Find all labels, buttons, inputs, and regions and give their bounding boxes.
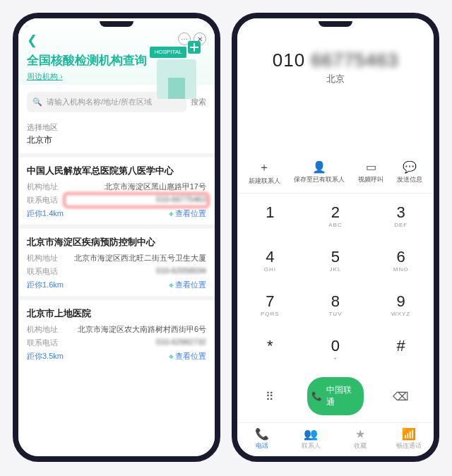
key-sub: GHI [237, 266, 303, 273]
key-digit: 2 [303, 203, 369, 222]
key-6[interactable]: 6MNO [368, 238, 434, 282]
phone-left-frame: ❮ ⋯ ✕ 全国核酸检测机构查询 周边机构 › HOSPITAL 🔍 请输入机构… [13, 13, 220, 462]
key-8[interactable]: 8TUV [303, 282, 369, 327]
nearby-label: 周边机构 [27, 72, 58, 81]
tel-label: 联系电话 [27, 338, 66, 348]
key-sub: + [303, 355, 369, 362]
dialed-city: 北京 [246, 73, 425, 85]
tab-label: 电话 [256, 442, 268, 449]
tel-value[interactable]: 010-62982732 [66, 338, 206, 348]
key-0[interactable]: 0+ [303, 327, 369, 371]
key-3[interactable]: 3DEF [368, 194, 434, 238]
action-label: 视频呼叫 [358, 176, 383, 183]
pin-icon: ⌖ [169, 280, 174, 290]
key-9[interactable]: 9WXYZ [368, 282, 434, 327]
key-sub: ABC [303, 222, 369, 228]
key-digit: 3 [368, 203, 434, 222]
pin-icon: ⌖ [169, 352, 174, 362]
left-screen: ❮ ⋯ ✕ 全国核酸检测机构查询 周边机构 › HOSPITAL 🔍 请输入机构… [18, 18, 215, 456]
action-新建联系人[interactable]: ＋新建联系人 [249, 160, 280, 186]
search-placeholder: 请输入机构名称/地址/所在区域 [47, 97, 152, 107]
msg-icon: 💬 [397, 160, 422, 174]
region-label: 选择地区 [27, 122, 206, 133]
key-sub: MNO [368, 266, 434, 273]
tel-value[interactable]: 010-62058034 [66, 266, 206, 277]
back-icon[interactable]: ❮ [27, 33, 37, 47]
key-sub: JKL [303, 266, 369, 273]
call-label: 中国联通 [326, 384, 360, 408]
action-保存至已有联系人[interactable]: 👤保存至已有联系人 [294, 160, 345, 186]
header: ❮ ⋯ ✕ 全国核酸检测机构查询 周边机构 › HOSPITAL [18, 18, 215, 85]
addr-value: 北京市海淀区西北旺二街五号卫生大厦 [66, 253, 206, 263]
tel-label: 联系电话 [27, 195, 66, 206]
distance: 距你1.6km [27, 280, 64, 290]
view-location-link[interactable]: ⌖ 查看位置 [169, 280, 206, 290]
addr-label: 机构地址 [27, 182, 66, 192]
chevron-right-icon: › [60, 72, 63, 81]
key-#[interactable]: # [368, 327, 434, 371]
action-视频呼叫[interactable]: ▭视频呼叫 [358, 160, 383, 186]
tab-收藏[interactable]: ★收藏 [335, 423, 385, 456]
institution-name: 北京市海淀区疾病预防控制中心 [27, 236, 206, 249]
tel-value[interactable]: 010-66775463 [66, 195, 206, 206]
key-7[interactable]: 7PQRS [237, 282, 303, 327]
region-value: 北京市 [27, 134, 206, 146]
dialed-prefix: 010 [273, 49, 305, 71]
hospital-illustration: HOSPITAL [143, 47, 210, 99]
key-digit: 1 [237, 203, 303, 222]
tab-icon: 📶 [385, 427, 434, 441]
key-digit: 8 [303, 292, 369, 311]
keypad: 12ABC3DEF4GHI5JKL6MNO7PQRS8TUV9WXYZ*0+# [237, 194, 434, 371]
view-location-link[interactable]: ⌖ 查看位置 [169, 351, 206, 362]
institution-card: 北京市海淀区疾病预防控制中心 机构地址 北京市海淀区西北旺二街五号卫生大厦 联系… [18, 225, 215, 296]
person-icon: 👤 [294, 160, 345, 174]
institution-card: 中国人民解放军总医院第八医学中心 机构地址 北京市海淀区黑山扈路甲17号 联系电… [18, 153, 215, 225]
view-location-label: 查看位置 [175, 280, 206, 290]
addr-value: 北京市海淀区农大南路树村西街甲6号 [66, 324, 206, 335]
video-icon: ▭ [358, 160, 383, 174]
key-sub: DEF [368, 222, 434, 228]
backspace-button[interactable]: ⌫ [368, 390, 434, 403]
tab-icon: ★ [335, 427, 385, 441]
tab-畅连通话[interactable]: 📶畅连通话 [385, 423, 434, 456]
keypad-grid-icon[interactable]: ⠿ [237, 390, 303, 403]
view-location-link[interactable]: ⌖ 查看位置 [169, 208, 206, 219]
tab-label: 收藏 [354, 442, 367, 449]
key-4[interactable]: 4GHI [237, 238, 303, 282]
search-icon: 🔍 [32, 97, 42, 107]
dialer-screen: 010 66775463 北京 ＋新建联系人👤保存至已有联系人▭视频呼叫💬发送信… [237, 18, 434, 456]
key-2[interactable]: 2ABC [303, 194, 369, 238]
key-*[interactable]: * [237, 327, 303, 371]
institution-card: 北京市上地医院 机构地址 北京市海淀区农大南路树村西街甲6号 联系电话 010-… [18, 296, 215, 367]
key-1[interactable]: 1 [237, 194, 303, 238]
key-5[interactable]: 5JKL [303, 238, 369, 282]
action-label: 新建联系人 [249, 177, 280, 184]
action-label: 发送信息 [397, 176, 422, 183]
+-icon: ＋ [249, 160, 280, 175]
tab-电话[interactable]: 📞电话 [237, 423, 287, 456]
action-发送信息[interactable]: 💬发送信息 [397, 160, 422, 186]
hospital-sign: HOSPITAL [150, 47, 186, 58]
key-sub: TUV [303, 311, 369, 317]
distance: 距你1.4km [27, 208, 64, 219]
key-sub: PQRS [237, 311, 303, 317]
addr-value: 北京市海淀区黑山扈路甲17号 [66, 182, 206, 192]
dialed-rest: 66775463 [311, 49, 398, 71]
pin-icon: ⌖ [169, 209, 174, 219]
view-location-label: 查看位置 [175, 351, 206, 362]
key-digit: * [237, 337, 303, 355]
region-selector[interactable]: 选择地区 北京市 [18, 118, 215, 153]
addr-label: 机构地址 [27, 324, 66, 335]
institution-name: 北京市上地医院 [27, 307, 206, 320]
key-digit: # [368, 337, 434, 355]
addr-label: 机构地址 [27, 253, 66, 263]
dialed-display: 010 66775463 北京 [237, 18, 434, 91]
tab-联系人[interactable]: 👥联系人 [287, 423, 336, 456]
tab-icon: 📞 [237, 427, 287, 441]
key-digit: 4 [237, 248, 303, 266]
call-button[interactable]: 📞 中国联通 [307, 377, 364, 415]
bottom-tabs: 📞电话👥联系人★收藏📶畅连通话 [237, 422, 434, 456]
key-digit: 7 [237, 292, 303, 311]
action-label: 保存至已有联系人 [294, 176, 345, 183]
key-digit: 6 [368, 248, 434, 266]
